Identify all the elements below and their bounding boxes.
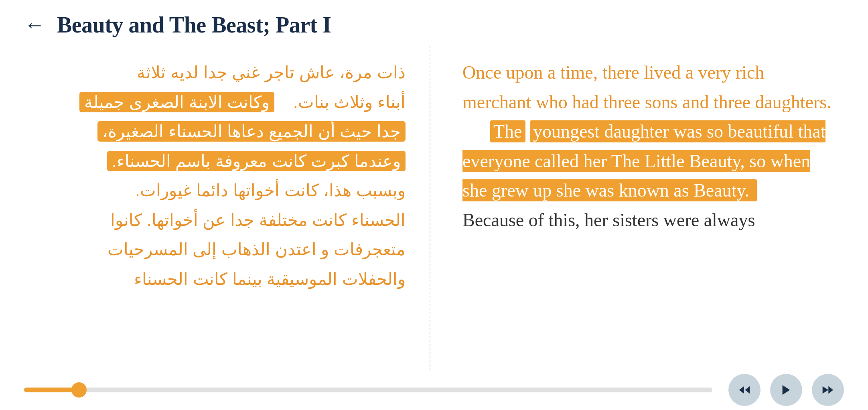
english-text: Once upon a time, there lived a very ric… — [462, 58, 832, 235]
arabic-highlighted-3: وعندما كبرت كانت معروفة باسم الحسناء. — [107, 151, 406, 171]
svg-marker-1 — [745, 386, 750, 394]
content-area: ذات مرة، عاش تاجر غني جدا لديه ثلاثة أبن… — [0, 46, 868, 375]
progress-area — [0, 370, 868, 410]
arabic-line5: وبسبب هذا، كانت أخواتها دائما غيورات. — [135, 181, 406, 200]
svg-marker-4 — [828, 386, 833, 394]
arabic-panel: ذات مرة، عاش تاجر غني جدا لديه ثلاثة أبن… — [24, 46, 430, 375]
back-button[interactable]: ← — [24, 14, 45, 35]
forward-button[interactable] — [812, 374, 844, 406]
arabic-highlighted-1: وكانت الابنة الصغرى جميلة — [79, 92, 274, 112]
english-highlighted-the: The — [490, 120, 525, 142]
progress-fill — [24, 388, 79, 392]
page-title: Beauty and The Beast; Part I — [57, 12, 331, 38]
play-icon — [780, 384, 793, 396]
arabic-line6: الحسناء كانت مختلفة جدا عن أخواتها. كانو… — [110, 211, 406, 229]
rewind-icon — [738, 384, 751, 396]
progress-knob[interactable] — [71, 382, 87, 398]
english-normal-1: Once upon a time, there lived a very ric… — [462, 62, 831, 112]
svg-marker-3 — [823, 386, 829, 394]
english-panel: Once upon a time, there lived a very ric… — [430, 46, 844, 375]
english-normal-2: Because of this, her sisters were always — [462, 210, 755, 230]
progress-bar[interactable] — [24, 388, 712, 392]
arabic-highlighted-2: جدا حيث أن الجميع دعاها الحسناء الصغيرة، — [97, 121, 406, 142]
playback-controls — [728, 374, 844, 406]
arabic-line7: متعجرفات و اعتدن الذهاب إلى المسرحيات — [107, 240, 406, 259]
arabic-line1: ذات مرة، عاش تاجر غني جدا لديه ثلاثة — [137, 63, 406, 82]
arabic-line8: والحفلات الموسيقية بينما كانت الحسناء — [134, 270, 406, 288]
arabic-line2-normal: أبناء وثلاث بنات. — [293, 93, 406, 112]
svg-marker-2 — [783, 385, 790, 395]
forward-icon — [821, 384, 834, 396]
arabic-text: ذات مرة، عاش تاجر غني جدا لديه ثلاثة أبن… — [36, 58, 406, 294]
header: ← Beauty and The Beast; Part I — [0, 0, 868, 46]
play-button[interactable] — [770, 374, 802, 406]
rewind-button[interactable] — [728, 374, 761, 406]
svg-marker-0 — [739, 386, 744, 394]
